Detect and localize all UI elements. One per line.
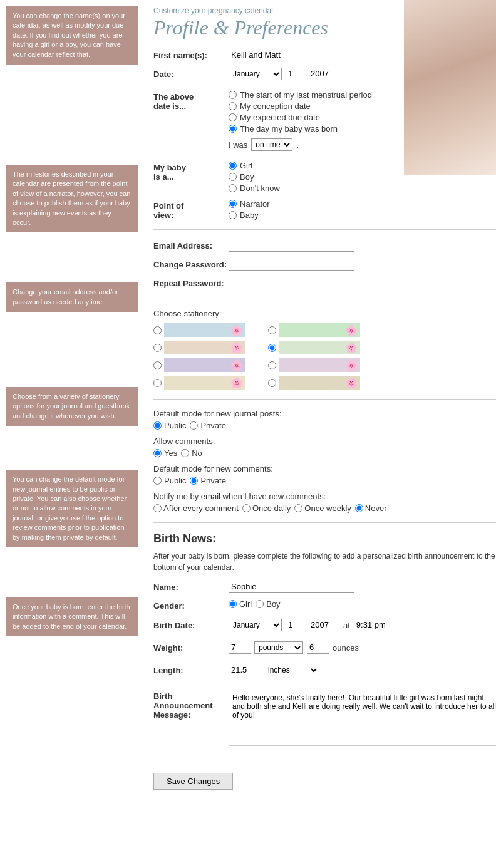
notify-after-every-label: After every comment	[163, 504, 239, 513]
pov-baby[interactable]: Baby	[229, 210, 496, 220]
default-comments-private[interactable]: Private	[190, 476, 225, 485]
repeat-password-row: Repeat Password:	[153, 277, 496, 289]
notify-once-weekly[interactable]: Once weekly	[294, 504, 351, 513]
default-comments-public[interactable]: Public	[153, 476, 186, 485]
birth-gender-girl[interactable]: Girl	[229, 599, 252, 609]
stationery-swatch-5: 🌸	[164, 358, 245, 372]
date-month-select[interactable]: JanuaryFebruaryMarch AprilMayJune JulyAu…	[229, 68, 282, 80]
i-was-period: .	[296, 140, 299, 150]
notify-once-weekly-label: Once weekly	[304, 504, 351, 513]
birth-date-row: Birth Date: JanuaryFebruaryMarch AprilMa…	[153, 619, 496, 635]
default-comments-label: Default mode for new comments:	[153, 464, 496, 473]
sidebar-note-5: You can change the default mode for new …	[6, 470, 138, 547]
birth-time-at: at	[343, 621, 350, 630]
stationery-label: Choose stationery:	[153, 309, 496, 318]
stationery-item-6[interactable]: 🌸	[268, 358, 379, 372]
stationery-swatch-4: 🌸	[279, 341, 360, 354]
birth-length-row: Length: inchescentimeters	[153, 664, 496, 680]
stationery-item-3[interactable]: 🌸	[153, 341, 264, 354]
notify-never-label: Never	[365, 504, 387, 513]
pov-label: Point ofview:	[153, 199, 229, 220]
birth-month-select[interactable]: JanuaryFebruaryMarch AprilMayJune JulyAu…	[229, 619, 282, 631]
baby-unknown-option[interactable]: Don't know	[229, 183, 496, 193]
email-row: Email Address:	[153, 239, 496, 252]
baby-gender-label: My babyis a...	[153, 161, 229, 182]
stationery-swatch-2: 🌸	[279, 323, 360, 337]
stationery-item-8[interactable]: 🌸	[268, 376, 379, 390]
i-was-select[interactable]: on timeearlylate	[251, 138, 292, 151]
repeat-password-input[interactable]	[229, 277, 354, 289]
birth-length-unit-select[interactable]: inchescentimeters	[264, 664, 319, 676]
birth-date-label: Birth Date:	[153, 619, 229, 630]
birth-length-input[interactable]	[229, 664, 260, 676]
save-changes-button[interactable]: Save Changes	[153, 773, 233, 790]
notify-never[interactable]: Never	[355, 504, 387, 513]
birth-name-label: Name:	[153, 581, 229, 592]
default-comments-section: Default mode for new comments: Public Pr…	[153, 464, 496, 485]
stationery-item-7[interactable]: 🌸	[153, 376, 264, 390]
sidebar: You can change the name(s) on your calen…	[0, 0, 144, 809]
birth-gender-boy[interactable]: Boy	[256, 599, 280, 609]
stationery-item-5[interactable]: 🌸	[153, 358, 264, 372]
birth-length-label: Length:	[153, 664, 229, 675]
sidebar-note-1: You can change the name(s) on your calen…	[6, 6, 138, 65]
birth-weight-unit-select[interactable]: poundskilograms	[254, 641, 303, 654]
allow-comments-section: Allow comments: Yes No	[153, 437, 496, 458]
first-names-label: First name(s):	[153, 49, 229, 60]
notify-label: Notify me by email when I have new comme…	[153, 492, 496, 501]
repeat-password-label: Repeat Password:	[153, 277, 229, 288]
stationery-item-4[interactable]: 🌸	[268, 341, 379, 354]
journal-mode-label: Default mode for new journal posts:	[153, 409, 496, 418]
journal-public[interactable]: Public	[153, 421, 186, 430]
stationery-swatch-6: 🌸	[279, 358, 360, 372]
date-year-input[interactable]	[308, 68, 339, 80]
stationery-section: Choose stationery: 🌸 🌸 🌸	[153, 309, 496, 390]
birth-weight-lbs-input[interactable]	[229, 641, 251, 654]
i-was-label: I was	[229, 140, 247, 150]
pov-row: Point ofview: Narrator Baby	[153, 199, 496, 220]
date-day-input[interactable]	[286, 68, 304, 80]
birth-gender-label: Gender:	[153, 599, 229, 611]
sidebar-note-3: Change your email address and/or passwor…	[6, 282, 138, 312]
sidebar-note-6: Once your baby is born, enter the birth …	[6, 597, 138, 636]
comments-yes[interactable]: Yes	[153, 448, 177, 458]
birth-time-input[interactable]	[354, 619, 401, 631]
birth-announcement-textarea[interactable]: Hello everyone, she's finally here! Our …	[229, 690, 496, 746]
notify-once-daily[interactable]: Once daily	[242, 504, 291, 513]
sidebar-note-4: Choose from a variety of stationery opti…	[6, 387, 138, 426]
birth-gender-row: Gender: Girl Boy	[153, 599, 496, 612]
pov-narrator[interactable]: Narrator	[229, 199, 496, 209]
password-input[interactable]	[229, 258, 354, 271]
birth-announcement-label: BirthAnnouncementMessage:	[153, 690, 229, 720]
birth-section-heading: Birth News:	[153, 532, 496, 545]
birth-year-input[interactable]	[308, 619, 339, 631]
email-input[interactable]	[229, 239, 354, 252]
comments-no[interactable]: No	[181, 448, 202, 458]
sidebar-note-2: The milestones described in your calenda…	[6, 165, 138, 232]
stationery-item-2[interactable]: 🌸	[268, 323, 379, 337]
birth-announcement-row: BirthAnnouncementMessage: Hello everyone…	[153, 690, 496, 748]
notify-once-daily-label: Once daily	[252, 504, 291, 513]
header-image	[404, 0, 496, 175]
main-content: Customize your pregnancy calendar Profil…	[144, 0, 496, 809]
stationery-grid: 🌸 🌸 🌸 🌸 🌸	[153, 323, 379, 390]
stationery-item-1[interactable]: 🌸	[153, 323, 264, 337]
password-label: Change Password:	[153, 258, 229, 269]
journal-private[interactable]: Private	[190, 421, 225, 430]
birth-weight-oz-label: ounces	[333, 643, 359, 653]
notify-after-every[interactable]: After every comment	[153, 504, 239, 513]
birth-weight-oz-input[interactable]	[307, 641, 329, 654]
allow-comments-label: Allow comments:	[153, 437, 496, 446]
birth-day-input[interactable]	[286, 619, 304, 631]
stationery-swatch-8: 🌸	[279, 376, 360, 390]
date-is-label: The abovedate is...	[153, 90, 229, 111]
notify-section: Notify me by email when I have new comme…	[153, 492, 496, 513]
save-area: Save Changes	[153, 760, 496, 790]
stationery-swatch-3: 🌸	[164, 341, 245, 354]
date-label: Date:	[153, 68, 229, 79]
journal-mode-section: Default mode for new journal posts: Publ…	[153, 409, 496, 430]
birth-name-input[interactable]	[229, 581, 354, 593]
stationery-swatch-7: 🌸	[164, 376, 245, 390]
first-names-input[interactable]	[229, 49, 354, 61]
password-row: Change Password:	[153, 258, 496, 271]
